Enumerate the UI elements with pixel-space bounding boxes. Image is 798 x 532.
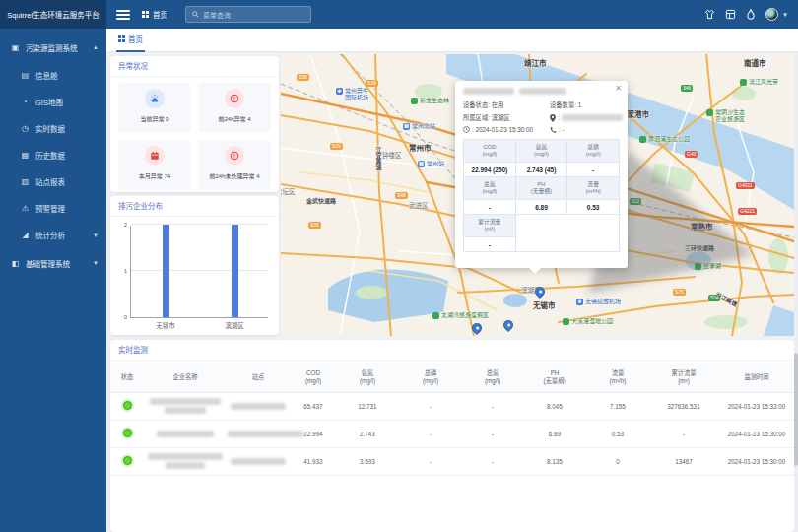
monitor-column-header: 总氮(mg/l) xyxy=(463,363,522,392)
history-data-icon: ▦ xyxy=(20,151,31,160)
device-status-value: 在用 xyxy=(492,100,504,109)
app-root: Squirrel生态环境云服务平台 首页 菜单查询 ▼ ▣污染源监测系统▲▤信息… xyxy=(0,0,798,532)
calendar-icon xyxy=(145,146,165,166)
park-poi-icon xyxy=(695,263,701,270)
station-poi-icon: M xyxy=(403,123,410,130)
sidebar-item-信息舱[interactable]: ▤信息舱 xyxy=(0,62,106,89)
table-row[interactable]: 65.43712.731--8.0457.155327636.5312024-0… xyxy=(110,392,794,420)
flame-icon[interactable] xyxy=(746,9,756,20)
abnormal-stat-card[interactable]: 本月异常 74 xyxy=(118,140,191,189)
sidebar-item-统计分析[interactable]: ◢统计分析▼ xyxy=(0,222,106,248)
park-poi-icon xyxy=(706,109,713,116)
sidebar-group-污染源监测系统[interactable]: ▣污染源监测系统▲ xyxy=(0,33,106,62)
value-cell: - xyxy=(648,420,719,447)
road-number-chip: S39 xyxy=(366,80,378,87)
chevron-down-icon: ▼ xyxy=(93,260,99,266)
sidebar-item-历史数据[interactable]: ▦历史数据 xyxy=(0,142,106,168)
theme-skin-icon[interactable] xyxy=(704,9,715,20)
company-name-redacted xyxy=(157,431,214,437)
search-placeholder: 菜单查询 xyxy=(203,10,231,20)
monitor-column-header: 流量(m³/h) xyxy=(587,363,648,392)
close-icon[interactable]: ✕ xyxy=(615,85,622,93)
sidebar-item-站点报表[interactable]: ▥站点报表 xyxy=(0,168,106,195)
user-avatar[interactable] xyxy=(765,8,778,21)
chart-gridline xyxy=(131,270,268,271)
map-label-green: 常阴沙生态 农业旅游区 xyxy=(706,109,745,123)
map-label-city: 靖江市 xyxy=(524,60,547,69)
station-name-redacted xyxy=(231,403,286,410)
value-cell: 8.045 xyxy=(522,392,587,420)
info-cabin-icon: ▤ xyxy=(20,71,31,80)
sidebar-item-label: GIS地图 xyxy=(35,97,63,107)
sidebar-group-基础管理系统[interactable]: ◧基础管理系统▼ xyxy=(0,248,106,278)
monitor-column-header: PH(无量纲) xyxy=(522,363,587,392)
abnormal-stat-card[interactable]: 当前异常 0 xyxy=(118,83,191,132)
status-cell xyxy=(110,392,144,420)
map-marker-pin[interactable] xyxy=(470,321,484,335)
sidebar-item-GIS地图[interactable]: ◔GIS地图 xyxy=(0,89,106,115)
poi-label-text: 常州站 xyxy=(427,161,444,167)
company-name-redacted xyxy=(165,407,206,414)
map-label-green: 太湖湾旅游度假区 xyxy=(432,312,489,319)
station-name-redacted xyxy=(231,458,286,465)
value-cell: 6.89 xyxy=(522,420,587,447)
sidebar-item-预警管理[interactable]: ⚠预警管理 xyxy=(0,195,106,222)
menu-search-input[interactable]: 菜单查询 xyxy=(185,6,311,23)
sidebar-item-实时数据[interactable]: ◷实时数据 xyxy=(0,115,106,142)
sidebar-toggle-icon[interactable] xyxy=(116,10,130,20)
map-label-blue-train: M常州北站 xyxy=(403,123,435,130)
popup-metric-header: 流量(m³/h) xyxy=(567,177,620,200)
value-cell: - xyxy=(398,392,463,420)
popup-metric-header: 氨氮(mg/l) xyxy=(516,140,568,163)
monitor-column-header: 监测时间 xyxy=(719,363,794,392)
top-bar: Squirrel生态环境云服务平台 首页 菜单查询 ▼ xyxy=(0,0,798,29)
gis-map[interactable]: 靖江市南通市张家港市常州市常熟市无锡市钟楼区武进区滨湖区金坛区金武快速路三环快速… xyxy=(281,54,794,336)
value-cell: - xyxy=(398,420,463,447)
monitor-column-header: COD(mg/l) xyxy=(290,363,337,392)
status-dot-normal xyxy=(123,429,132,437)
table-row[interactable]: 22.9942.743--6.890.53-2024-01-23 15:30:0… xyxy=(110,420,794,447)
sidebar-item-label: 基础管理系统 xyxy=(26,258,70,269)
road-number-chip: 346 xyxy=(681,85,693,92)
sidebar-item-label: 统计分析 xyxy=(35,230,65,240)
topbar-actions: ▼ xyxy=(695,8,788,21)
park-poi-icon xyxy=(639,136,646,143)
station-popup: ✕ 设备状态: 在用 设备数量: 1 所属区域: 滨湖区 : : 2024-01… xyxy=(455,81,628,268)
poi-label-text: 常州奔牛 国际机场 xyxy=(345,88,368,101)
road-number-chip: S48 xyxy=(395,192,408,199)
road-number-chip: G4221 xyxy=(738,208,757,215)
abnormal-stat-card[interactable]: 前24h未处理异常 4 xyxy=(198,140,271,189)
abnormal-stat-card[interactable]: 前24h异常 4 xyxy=(198,83,271,132)
map-marker-pin[interactable] xyxy=(501,318,515,332)
warning-icon xyxy=(225,146,244,166)
location-icon xyxy=(550,114,556,122)
clock-icon xyxy=(463,126,470,133)
page-scrollbar[interactable] xyxy=(794,52,798,532)
value-cell: 2.743 xyxy=(337,420,398,447)
user-menu-chevron-icon[interactable]: ▼ xyxy=(782,12,788,18)
table-row[interactable]: 41.9333.593--8.1350134672024-01-23 15:30… xyxy=(110,447,794,475)
monitor-table-body: 65.43712.731--8.0457.155327636.5312024-0… xyxy=(110,392,794,475)
statistics-icon: ◢ xyxy=(20,231,31,239)
road-number-chip: G4011 xyxy=(736,182,755,189)
breadcrumb-home[interactable]: 首页 xyxy=(142,9,167,20)
enterprise-distribution-card: 排污企业分布 012无锡市滨湖区 xyxy=(110,196,279,335)
poi-label-text: 太湖湾旅游度假区 xyxy=(441,312,489,319)
chart-card-title: 排污企业分布 xyxy=(110,196,279,217)
road-number-chip: S29 xyxy=(330,143,343,150)
tab-home[interactable]: 首页 xyxy=(116,29,145,52)
station-name-cell xyxy=(227,420,290,447)
poi-label-text: 黄泗浦生态公园 xyxy=(648,136,690,143)
map-label-blue-plane: ✈常州奔牛 国际机场 xyxy=(336,88,368,101)
layout-size-icon[interactable] xyxy=(725,9,736,20)
sidebar-item-label: 站点报表 xyxy=(35,176,65,187)
value-cell: 7.155 xyxy=(587,392,648,420)
map-label-city: 南通市 xyxy=(744,60,766,69)
airport-poi-icon: ✈ xyxy=(576,299,583,305)
value-cell: 0 xyxy=(587,447,648,475)
popup-time-value: 2024-01-23 15:30:00 xyxy=(476,126,533,133)
page-scrollbar-thumb[interactable] xyxy=(794,353,798,466)
poi-label-text: 常阴沙生态 农业旅游区 xyxy=(715,109,745,123)
value-cell: 3.593 xyxy=(337,447,398,475)
region-value: 滨湖区 xyxy=(492,113,510,122)
